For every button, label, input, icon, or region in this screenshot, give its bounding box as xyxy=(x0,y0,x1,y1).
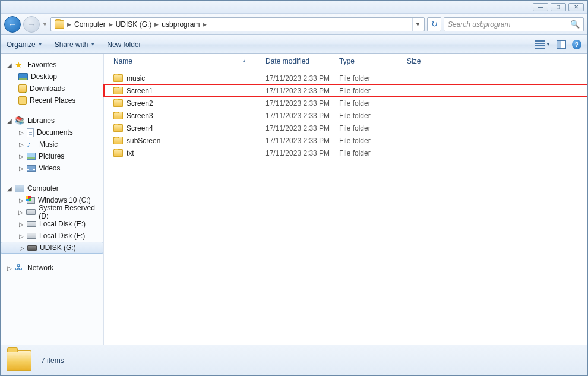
videos-icon xyxy=(27,165,36,172)
tree-desktop[interactable]: Desktop xyxy=(1,71,103,83)
forward-button[interactable]: → xyxy=(23,16,40,33)
file-date: 17/11/2023 2:33 PM xyxy=(262,124,336,132)
column-name[interactable]: Name ▲ xyxy=(110,54,262,68)
tree-computer[interactable]: ◢ Computer xyxy=(1,182,103,194)
share-menu[interactable]: Share with▼ xyxy=(55,40,96,49)
disclosure-icon[interactable]: ▷ xyxy=(18,153,24,160)
disclosure-icon[interactable]: ▷ xyxy=(7,265,12,271)
preview-pane-icon xyxy=(557,40,566,49)
tree-recent-places[interactable]: Recent Places xyxy=(1,94,103,106)
status-bar: 7 items xyxy=(1,345,587,375)
status-text: 7 items xyxy=(41,356,64,365)
column-size[interactable]: Size xyxy=(403,54,451,68)
file-name: music xyxy=(127,74,145,83)
disclosure-icon[interactable]: ◢ xyxy=(7,118,12,124)
tree-downloads[interactable]: Downloads xyxy=(1,83,103,94)
chevron-down-icon: ▼ xyxy=(38,42,43,47)
tree-drive-f[interactable]: ▷Local Disk (F:) xyxy=(1,230,103,242)
breadcrumb-sep-icon: ▶ xyxy=(203,21,207,27)
navigation-tree[interactable]: ◢ ★ Favorites Desktop Downloads Recent P… xyxy=(1,54,104,345)
column-date[interactable]: Date modified xyxy=(262,54,336,68)
libraries-icon: 📚 xyxy=(15,116,24,125)
file-type: File folder xyxy=(336,99,403,108)
file-date: 17/11/2023 2:33 PM xyxy=(262,149,336,157)
windows-drive-icon xyxy=(27,197,35,204)
file-type: File folder xyxy=(336,112,403,120)
folder-large-icon xyxy=(7,350,31,371)
navigation-bar: ← → ▼ ▶ Computer ▶ UDISK (G:) ▶ usbprogr… xyxy=(1,14,587,35)
chevron-down-icon: ▼ xyxy=(546,42,551,47)
address-bar[interactable]: ▶ Computer ▶ UDISK (G:) ▶ usbprogram ▶ ▼ xyxy=(50,17,425,31)
command-bar: Organize▼ Share with▼ New folder ▼ ? xyxy=(1,35,587,54)
help-button[interactable]: ? xyxy=(572,40,581,49)
disclosure-icon[interactable]: ▷ xyxy=(18,221,24,228)
breadcrumb-sep-icon: ▶ xyxy=(67,21,71,27)
minimize-button[interactable]: — xyxy=(533,3,548,11)
breadcrumb-usbprogram[interactable]: usbprogram xyxy=(159,18,202,31)
refresh-button[interactable]: ↻ xyxy=(427,17,441,31)
star-icon: ★ xyxy=(15,60,24,69)
disclosure-icon[interactable]: ▷ xyxy=(18,129,24,136)
breadcrumb-computer[interactable]: Computer xyxy=(72,18,108,31)
tree-documents[interactable]: ▷Documents xyxy=(1,127,103,138)
recent-icon xyxy=(18,96,27,105)
tree-label: Libraries xyxy=(27,116,55,125)
disclosure-icon[interactable]: ◢ xyxy=(7,185,12,192)
new-folder-button[interactable]: New folder xyxy=(107,40,141,49)
search-box[interactable]: 🔍 xyxy=(444,17,584,31)
tree-videos[interactable]: ▷Videos xyxy=(1,162,103,174)
desktop-icon xyxy=(18,73,28,80)
file-row[interactable]: subScreen17/11/2023 2:33 PMFile folder xyxy=(104,134,587,147)
close-button[interactable]: ✕ xyxy=(568,3,584,11)
column-type[interactable]: Type xyxy=(336,54,403,68)
disclosure-icon[interactable]: ▷ xyxy=(18,209,23,216)
file-type: File folder xyxy=(336,124,403,132)
file-row[interactable]: Screen417/11/2023 2:33 PMFile folder xyxy=(104,122,587,134)
tree-favorites[interactable]: ◢ ★ Favorites xyxy=(1,59,103,71)
documents-icon xyxy=(27,128,34,137)
file-list-pane: Name ▲ Date modified Type Size music17/1… xyxy=(104,54,587,345)
disclosure-icon[interactable]: ▷ xyxy=(19,245,24,251)
tree-libraries[interactable]: ◢ 📚 Libraries xyxy=(1,115,103,127)
history-dropdown[interactable]: ▼ xyxy=(42,21,48,27)
file-rows: music17/11/2023 2:33 PMFile folderScreen… xyxy=(104,68,587,159)
disclosure-icon[interactable]: ◢ xyxy=(7,62,12,68)
breadcrumb-udisk[interactable]: UDISK (G:) xyxy=(113,18,154,31)
organize-menu[interactable]: Organize▼ xyxy=(7,40,43,49)
disclosure-icon[interactable]: ▷ xyxy=(18,141,24,148)
folder-icon xyxy=(113,74,123,82)
search-icon[interactable]: 🔍 xyxy=(570,20,580,29)
tree-drive-d[interactable]: ▷System Reserved (D: xyxy=(1,206,103,218)
back-button[interactable]: ← xyxy=(4,16,21,33)
column-headers: Name ▲ Date modified Type Size xyxy=(104,54,587,68)
file-name: Screen3 xyxy=(127,112,153,120)
file-row[interactable]: txt17/11/2023 2:33 PMFile folder xyxy=(104,147,587,159)
drive-icon xyxy=(26,209,36,215)
disclosure-icon[interactable]: ▷ xyxy=(18,197,24,204)
file-row[interactable]: Screen317/11/2023 2:33 PMFile folder xyxy=(104,109,587,122)
file-type: File folder xyxy=(336,149,403,157)
address-dropdown[interactable]: ▼ xyxy=(412,18,423,31)
disclosure-icon[interactable]: ▷ xyxy=(18,233,24,239)
file-row[interactable]: Screen217/11/2023 2:33 PMFile folder xyxy=(104,97,587,109)
view-options-button[interactable]: ▼ xyxy=(535,40,551,49)
tree-music[interactable]: ▷♪Music xyxy=(1,138,103,150)
chevron-down-icon: ▼ xyxy=(90,42,95,47)
folder-icon xyxy=(113,112,123,119)
breadcrumb-sep-icon: ▶ xyxy=(109,21,113,27)
file-date: 17/11/2023 2:33 PM xyxy=(262,137,336,145)
tree-network[interactable]: ▷ 🖧 Network xyxy=(1,262,103,274)
tree-drive-g-udisk[interactable]: ▷UDISK (G:) xyxy=(1,242,103,254)
breadcrumb-sep-icon: ▶ xyxy=(154,21,159,27)
disclosure-icon[interactable]: ▷ xyxy=(18,165,24,172)
maximize-button[interactable]: □ xyxy=(551,3,566,11)
tree-pictures[interactable]: ▷Pictures xyxy=(1,150,103,162)
preview-pane-button[interactable] xyxy=(557,40,566,49)
drive-icon xyxy=(27,233,36,239)
file-row[interactable]: Screen117/11/2023 2:33 PMFile folder xyxy=(104,84,587,97)
search-input[interactable] xyxy=(448,20,570,29)
file-row[interactable]: music17/11/2023 2:33 PMFile folder xyxy=(104,72,587,84)
file-date: 17/11/2023 2:33 PM xyxy=(262,99,336,108)
file-name: txt xyxy=(127,149,134,157)
file-name: subScreen xyxy=(127,137,160,145)
